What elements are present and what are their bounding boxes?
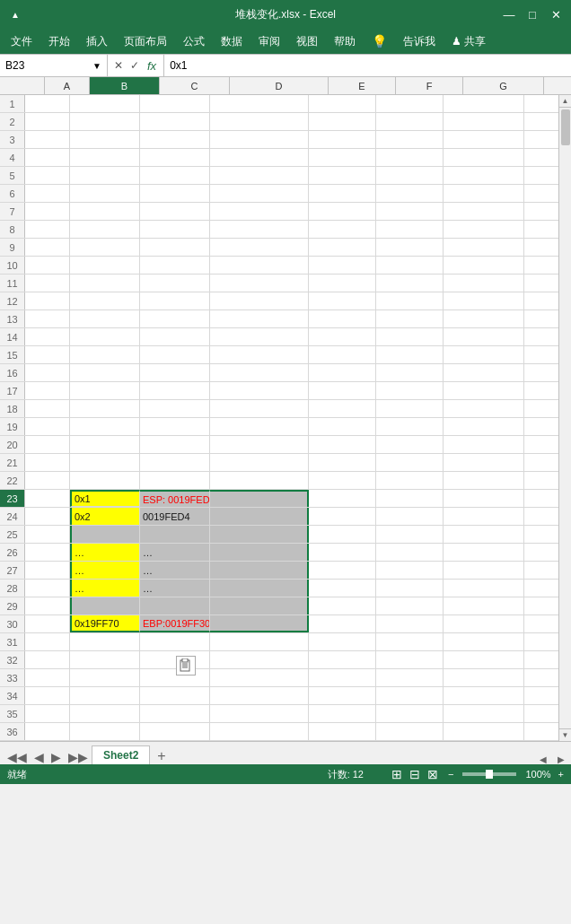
vertical-scrollbar[interactable]: ▲ ▼	[558, 95, 571, 741]
cell-b23[interactable]: 0x1	[70, 490, 140, 507]
add-sheet-button[interactable]: +	[152, 748, 171, 764]
cell-d28[interactable]	[210, 580, 309, 597]
table-row: 9	[0, 239, 571, 257]
sheet-nav-first[interactable]: ◀◀	[4, 750, 31, 764]
menu-help[interactable]: 帮助	[327, 31, 363, 52]
cell-d26[interactable]	[210, 544, 309, 561]
menu-tell-me[interactable]: 告诉我	[396, 31, 443, 52]
cancel-icon[interactable]: ✕	[111, 59, 126, 72]
zoom-level: 100%	[525, 769, 550, 780]
menu-review[interactable]: 审阅	[251, 31, 287, 52]
page-view-button[interactable]: ⊟	[407, 766, 423, 782]
cell-c30[interactable]: EBP:0019FF30	[140, 615, 210, 632]
table-row: 19	[0, 418, 571, 436]
expand-icon[interactable]: ▲	[7, 6, 23, 22]
fx-button[interactable]: fx	[144, 59, 160, 73]
cell-b25[interactable]	[70, 526, 140, 543]
cell-d23[interactable]	[210, 490, 309, 507]
sheet-nav-prev[interactable]: ◀	[31, 750, 48, 764]
cell-b30[interactable]: 0x19FF70	[70, 615, 140, 632]
sheet-scroll-left[interactable]: ◀	[537, 754, 549, 764]
cell-ref-dropdown-icon[interactable]: ▼	[92, 61, 101, 71]
sheet-tab-sheet2[interactable]: Sheet2	[92, 745, 150, 764]
sheet-nav-next[interactable]: ▶	[48, 750, 65, 764]
formula-bar: B23 ▼ ✕ ✓ fx 0x1	[0, 54, 571, 77]
view-buttons: ⊞ ⊟ ⊠	[389, 766, 441, 782]
table-row: 10	[0, 257, 571, 275]
menu-data[interactable]: 数据	[214, 31, 250, 52]
zoom-out-button[interactable]: −	[448, 769, 453, 780]
table-row: 22	[0, 472, 571, 490]
cell-b27[interactable]: …	[70, 562, 140, 579]
zoom-in-button[interactable]: +	[558, 769, 564, 780]
formula-input[interactable]: 0x1	[164, 59, 571, 72]
scrollbar-thumb[interactable]	[561, 109, 570, 145]
cell-c26[interactable]: …	[140, 544, 210, 561]
cell-reference-box[interactable]: B23 ▼	[0, 55, 108, 76]
cell-c24[interactable]: 0019FED4	[140, 508, 210, 525]
cell-d27[interactable]	[210, 562, 309, 579]
cell-d24[interactable]	[210, 508, 309, 525]
title-bar: ▲ 堆栈变化.xlsx - Excel — □ ✕	[0, 0, 571, 29]
cell-b28[interactable]: …	[70, 580, 140, 597]
cell-b24[interactable]: 0x2	[70, 508, 140, 525]
menu-bulb-icon[interactable]: 💡	[365, 31, 394, 51]
cell-c24-value: 0019FED4	[143, 511, 190, 522]
grid-body: 1 2 3	[0, 95, 571, 741]
preview-view-button[interactable]: ⊠	[425, 766, 441, 782]
cell-b26[interactable]: …	[70, 544, 140, 561]
table-row: 12	[0, 292, 571, 310]
menu-formula[interactable]: 公式	[176, 31, 212, 52]
menu-view[interactable]: 视图	[289, 31, 325, 52]
col-header-b[interactable]: B	[90, 77, 160, 94]
menu-share[interactable]: ♟ 共享	[444, 31, 493, 52]
sheet-nav-last[interactable]: ▶▶	[65, 750, 92, 764]
cell-b24-value: 0x2	[75, 511, 91, 522]
table-row: 4	[0, 149, 571, 167]
normal-view-button[interactable]: ⊞	[389, 766, 405, 782]
paste-options-button[interactable]	[176, 656, 196, 676]
minimize-button[interactable]: —	[501, 6, 517, 22]
zoom-slider-thumb[interactable]	[486, 770, 493, 779]
zoom-slider[interactable]	[462, 772, 516, 776]
maximize-button[interactable]: □	[524, 6, 540, 22]
cell-d29[interactable]	[210, 597, 309, 615]
cell-c26-value: …	[143, 547, 153, 558]
ready-status: 就绪	[7, 768, 27, 781]
count-status: 计数: 12	[328, 768, 364, 781]
table-row: 1	[0, 95, 571, 113]
scrollbar-up-arrow[interactable]: ▲	[559, 95, 571, 108]
cell-c25[interactable]	[140, 526, 210, 543]
cell-b29[interactable]	[70, 597, 140, 615]
col-header-c[interactable]: C	[160, 77, 230, 94]
spreadsheet: A B C D E F G 1 2	[0, 77, 571, 741]
confirm-icon[interactable]: ✓	[127, 59, 142, 72]
scrollbar-down-arrow[interactable]: ▼	[559, 728, 571, 741]
cell-c29[interactable]	[140, 597, 210, 615]
close-button[interactable]: ✕	[548, 6, 564, 22]
cell-c30-value: EBP:0019FF30	[143, 618, 210, 629]
col-header-a[interactable]: A	[45, 77, 90, 94]
menu-file[interactable]: 文件	[4, 31, 40, 52]
cell-c27[interactable]: …	[140, 562, 210, 579]
sheet-scroll-right[interactable]: ▶	[555, 754, 567, 764]
cell-d25[interactable]	[210, 526, 309, 543]
col-header-d[interactable]: D	[230, 77, 329, 94]
menu-home[interactable]: 开始	[41, 31, 77, 52]
cell-c28[interactable]: …	[140, 580, 210, 597]
col-header-f[interactable]: F	[396, 77, 463, 94]
menu-page-layout[interactable]: 页面布局	[117, 31, 174, 52]
formula-value: 0x1	[170, 59, 187, 72]
table-row: 8	[0, 221, 571, 239]
table-row: 16	[0, 364, 571, 382]
cell-d30[interactable]	[210, 615, 309, 632]
table-row: 5	[0, 167, 571, 185]
cell-c28-value: …	[143, 583, 153, 594]
app-name: Excel	[310, 8, 336, 21]
col-header-e[interactable]: E	[329, 77, 396, 94]
sheet-tabs-right: ◀ ▶	[537, 754, 567, 764]
table-row: 18	[0, 400, 571, 418]
cell-c23[interactable]: ESP: 0019FED0	[140, 490, 210, 507]
col-header-g[interactable]: G	[463, 77, 544, 94]
menu-insert[interactable]: 插入	[79, 31, 115, 52]
